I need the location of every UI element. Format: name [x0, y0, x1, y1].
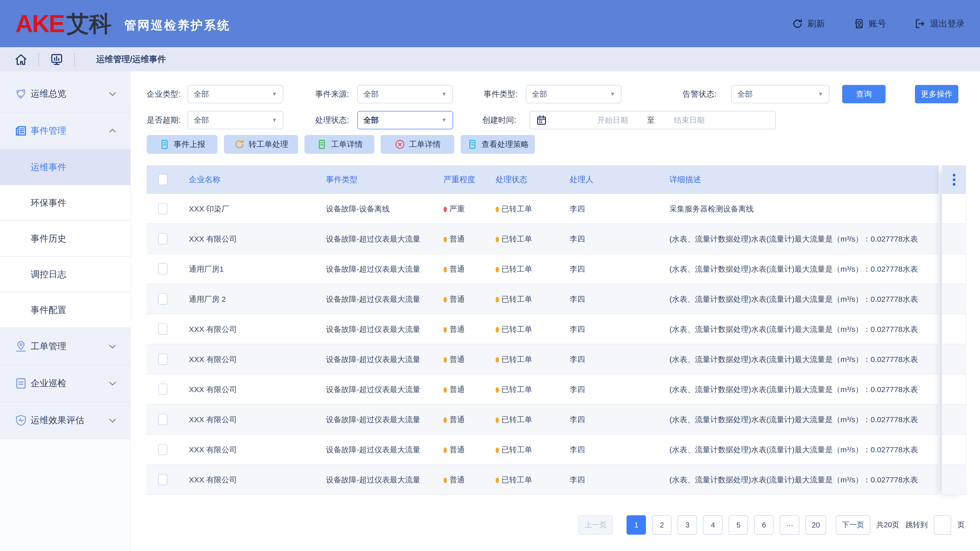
calendar-icon — [536, 114, 547, 126]
status-dot — [496, 478, 499, 483]
view-strategy-button[interactable]: 查看处理策略 — [461, 135, 535, 154]
workorder-cancel-button[interactable]: 工单详情 — [380, 135, 454, 154]
sidebar-item-enterprise-inspection[interactable]: 企业巡检 — [0, 365, 130, 402]
prev-page-button[interactable]: 上一页 — [578, 515, 613, 535]
table-row[interactable]: XXX 有限公司 设备故障-超过仪表最大流量 普通 已转工单 李四 (水表、流量… — [147, 465, 939, 495]
table-row[interactable]: XXX 有限公司 设备故障-超过仪表最大流量 普通 已转工单 李四 (水表、流量… — [147, 405, 939, 435]
chevron-down-icon — [107, 415, 118, 426]
fixed-cell — [942, 345, 966, 375]
sidebar-item-control-log[interactable]: 调控日志 — [0, 257, 130, 292]
overdue-select[interactable]: 全部 ▼ — [188, 111, 283, 129]
page-button-2[interactable]: 2 — [652, 515, 671, 535]
table-row[interactable]: XXX 印染厂 设备故障-设备离线 严重 已转工单 李四 采集服务器检测设备离线 — [147, 194, 939, 224]
column-settings-icon[interactable] — [953, 174, 956, 186]
process-status-select[interactable]: 全部 ▼ — [357, 111, 453, 129]
event-type-select[interactable]: 全部 ▼ — [526, 85, 621, 103]
table-row[interactable]: 通用厂房 2 设备故障-超过仪表最大流量 普通 已转工单 李四 (水表、流量计数… — [147, 284, 939, 314]
sidebar-item-event-management[interactable]: 事件管理 — [0, 113, 130, 149]
row-checkbox[interactable] — [158, 474, 167, 485]
col-company[interactable]: 企业名称 — [189, 165, 314, 194]
alarm-status-select[interactable]: 全部 ▼ — [731, 85, 829, 103]
end-date-placeholder[interactable]: 结束日期 — [674, 115, 705, 125]
cell-handler: 李四 — [570, 254, 656, 284]
select-all-checkbox[interactable] — [158, 174, 167, 185]
table-row[interactable]: XXX 有限公司 设备故障-超过仪表最大流量 普通 已转工单 李四 (水表、流量… — [147, 314, 939, 345]
table-row[interactable]: XXX 有限公司 设备故障-超过仪表最大流量 普通 已转工单 李四 (水表、流量… — [147, 375, 939, 405]
page-ellipsis-button[interactable]: ··· — [780, 515, 799, 535]
col-detail[interactable]: 详细描述 — [670, 165, 937, 194]
page-button-20[interactable]: 20 — [805, 515, 826, 535]
page-button-6[interactable]: 6 — [754, 515, 773, 535]
fixed-cell — [942, 314, 966, 345]
col-severity[interactable]: 严重程度 — [444, 165, 484, 194]
sidebar-item-event-history[interactable]: 事件历史 — [0, 221, 130, 257]
col-type[interactable]: 事件类型 — [326, 165, 433, 194]
company-type-select[interactable]: 全部 ▼ — [188, 85, 283, 103]
cell-detail: (水表、流量计数据处理)水表(流量计)最大流量是（m³/s）：0.027778水… — [670, 375, 937, 405]
monitor-icon[interactable] — [50, 52, 64, 66]
table-row[interactable]: XXX 有限公司 设备故障-超过仪表最大流量 普通 已转工单 李四 (水表、流量… — [147, 345, 939, 375]
status-dot — [496, 448, 499, 453]
sidebar-top-spacer — [0, 71, 130, 76]
row-checkbox[interactable] — [158, 233, 167, 245]
event-source-select[interactable]: 全部 ▼ — [357, 85, 453, 103]
logout-button[interactable]: 退出登录 — [914, 18, 965, 30]
row-checkbox[interactable] — [158, 293, 167, 305]
col-status[interactable]: 处理状态 — [496, 165, 558, 194]
account-icon — [853, 18, 865, 30]
event-report-button[interactable]: 事件上报 — [147, 135, 218, 154]
row-checkbox[interactable] — [158, 354, 167, 365]
sidebar-item-ops-overview[interactable]: 运维总览 — [0, 76, 130, 113]
home-icon[interactable] — [14, 52, 28, 66]
table-row[interactable]: XXX 有限公司 设备故障-超过仪表最大流量 普通 已转工单 李四 (水表、流量… — [147, 435, 939, 465]
sidebar-item-ops-effect-evaluation[interactable]: 运维效果评估 — [0, 402, 130, 439]
account-button[interactable]: 账号 — [853, 18, 886, 30]
page-button-5[interactable]: 5 — [729, 515, 748, 535]
status-dot — [496, 267, 499, 272]
sidebar-item-label: 工单管理 — [30, 340, 66, 352]
filter-label-overdue: 是否超期: — [147, 111, 181, 129]
cell-handler: 李四 — [570, 345, 656, 375]
sidebar-item-workorder-management[interactable]: 工单管理 — [0, 328, 130, 365]
cell-severity: 普通 — [444, 435, 484, 465]
status-dot — [496, 387, 499, 393]
date-range-picker[interactable]: 开始日期 至 结束日期 — [530, 111, 776, 129]
row-checkbox[interactable] — [158, 384, 167, 395]
more-actions-button[interactable]: 更多操作 — [915, 85, 958, 103]
cell-handler: 李四 — [570, 465, 656, 495]
jump-page-input[interactable] — [934, 515, 951, 535]
cell-handler: 李四 — [570, 435, 656, 465]
app-title: 管网巡检养护系统 — [124, 17, 231, 33]
row-checkbox[interactable] — [158, 444, 167, 455]
cell-detail: (水表、流量计数据处理)水表(流量计)最大流量是（m³/s）：0.027778水… — [670, 465, 937, 495]
severity-dot — [444, 417, 447, 423]
table-row[interactable]: XXX 有限公司 设备故障-超过仪表最大流量 普通 已转工单 李四 (水表、流量… — [147, 224, 939, 254]
refresh-button[interactable]: 刷新 — [792, 18, 825, 30]
cell-detail: (水表、流量计数据处理)水表(流量计)最大流量是（m³/s）：0.027778水… — [670, 284, 937, 314]
page-button-4[interactable]: 4 — [703, 515, 722, 535]
transfer-workorder-button[interactable]: 转工单处理 — [224, 135, 298, 154]
query-button[interactable]: 查询 — [842, 85, 886, 103]
chevron-down-icon — [107, 341, 118, 352]
cell-detail: (水表、流量计数据处理)水表(流量计)最大流量是（m³/s）：0.027778水… — [670, 254, 937, 284]
page-button-3[interactable]: 3 — [678, 515, 697, 535]
severity-dot — [444, 327, 447, 333]
page-button-1[interactable]: 1 — [627, 515, 646, 535]
toolbar-label: 转工单处理 — [248, 139, 288, 150]
row-checkbox[interactable] — [158, 263, 167, 275]
row-checkbox[interactable] — [158, 203, 167, 214]
row-checkbox[interactable] — [158, 414, 167, 425]
col-handler[interactable]: 处理人 — [570, 165, 656, 194]
workorder-detail-button[interactable]: 工单详情 — [304, 135, 374, 154]
cell-type: 设备故障-超过仪表最大流量 — [326, 375, 433, 405]
start-date-placeholder[interactable]: 开始日期 — [597, 115, 628, 125]
sidebar-item-env-events[interactable]: 环保事件 — [0, 185, 130, 221]
row-checkbox[interactable] — [158, 324, 167, 335]
toolbar-label: 工单详情 — [331, 139, 363, 150]
sidebar-item-ops-events[interactable]: 运维事件 — [0, 149, 130, 185]
cell-type: 设备故障-超过仪表最大流量 — [326, 284, 433, 314]
sidebar-item-event-config[interactable]: 事件配置 — [0, 292, 130, 328]
table-row[interactable]: 通用厂房1 设备故障-超过仪表最大流量 普通 已转工单 李四 (水表、流量计数据… — [147, 254, 939, 284]
cell-severity: 严重 — [444, 194, 484, 224]
next-page-button[interactable]: 下一页 — [836, 515, 870, 535]
